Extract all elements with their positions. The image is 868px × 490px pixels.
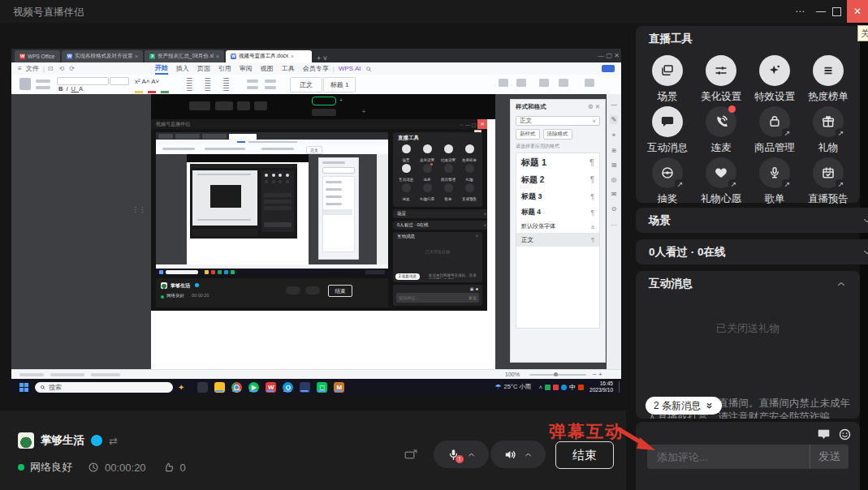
comment-button[interactable] [539,79,549,87]
redo-icon[interactable]: ⟳ [69,65,75,72]
hamburger-icon[interactable]: ≡ [18,65,22,72]
tool-ranking[interactable]: 热度榜单 [801,55,855,104]
scene-section-bar[interactable]: 场景 [636,208,868,233]
new-tab-button[interactable]: + ˅ [317,54,327,62]
wps-doc-tab-active[interactable]: W 视频号直播工具.docx × [226,50,312,62]
ranking-list-icon[interactable] [813,55,844,86]
scene-icon[interactable] [652,55,683,86]
tray-icon[interactable] [561,385,567,390]
drag-handle-icon[interactable]: ⋮⋮ [132,208,146,212]
copilot-icon[interactable]: ✦ [178,383,184,392]
style-item-selected[interactable]: 正文¶ [516,233,599,247]
avatar[interactable] [18,432,34,449]
tray-expand-icon[interactable]: ˄ [538,384,542,391]
side-tool-pen-icon[interactable]: ✎ [610,115,619,124]
style-item[interactable]: 标题 2¶ [516,171,599,188]
start-button[interactable] [19,383,28,392]
speaker-chevron-icon[interactable] [524,450,533,459]
side-tool-icon[interactable]: ⊞ [611,161,617,169]
explorer-icon[interactable] [214,382,225,393]
gift-icon[interactable]: ↗ [813,106,844,137]
select-button[interactable] [516,79,526,87]
share-button[interactable] [602,65,615,72]
menu-reference[interactable]: 引用 [218,64,231,73]
zoom-slider[interactable] [529,374,586,376]
tool-playlist[interactable]: ↗ 歌单 [748,157,801,206]
wps-home-tab[interactable]: W WPS Office [15,50,60,62]
new-style-button[interactable]: 新样式 [516,129,540,140]
menu-member[interactable]: 会员专享 [303,64,329,73]
style-gallery-body-text[interactable]: 正文 [290,77,322,92]
wechat-icon[interactable]: ◻ [317,382,327,393]
side-tool-icon[interactable]: ≋ [611,147,617,154]
menu-tools[interactable]: 工具 [282,64,295,73]
wps-doc-tab-1[interactable]: W 实现各段格式及对齐设置方式—(1) × [62,50,143,62]
clear-format-button[interactable]: 清除格式 [543,129,572,140]
taskview-icon[interactable] [197,382,208,393]
styles-current-combo[interactable]: 正文˅ [516,116,600,126]
side-tool-icon[interactable]: ✉ [611,191,617,198]
side-tool-icon[interactable]: ⊙ [611,205,617,213]
tool-interactive-messages[interactable]: 互动消息 [641,106,694,155]
save-icon[interactable]: ⊡ [48,65,54,72]
side-tool-icon[interactable]: ⌖ [612,131,616,140]
arrange-button[interactable] [559,79,568,87]
side-tool-icon[interactable]: ◎ [611,176,617,183]
emoji-icon[interactable] [838,428,852,441]
calendar-icon[interactable]: ↗ [813,157,844,188]
undo-icon[interactable]: ⟲ [58,65,64,72]
style-gallery-heading1[interactable]: 标题 1 [323,77,356,92]
tab-close-icon[interactable]: × [216,54,219,59]
document-page[interactable]: + + 视频号直播伴侣 ⋯ — ▢ ✕ 关 [151,94,495,369]
style-item[interactable]: 标题 3¶ [516,188,599,204]
switch-account-icon[interactable]: ⇄ [109,435,118,447]
tool-live-trailer[interactable]: ↗ 直播预告 [801,157,855,206]
find-replace-button[interactable] [499,79,508,87]
messages-section-header[interactable]: 互动消息 [636,271,860,297]
comment-toggle-icon[interactable] [817,428,831,441]
menu-file[interactable]: 文件 [26,64,39,73]
qq-icon[interactable]: Q [283,382,293,393]
zoom-slider-knob[interactable] [554,372,558,376]
style-item[interactable]: 标题 1¶ [516,153,599,171]
paste-button[interactable] [19,78,31,90]
font-effects-buttons[interactable]: x² A˄ A˅ [135,78,159,85]
beauty-sliders-icon[interactable] [706,55,736,86]
viewers-section-bar[interactable]: 0人看过 · 0在线 [636,239,868,264]
microphone-button[interactable]: ! [434,441,489,468]
tool-gifts[interactable]: ↗ 礼物 [801,106,855,155]
search-icon[interactable] [365,66,372,72]
heart-wish-icon[interactable]: ↗ [706,157,736,188]
highlight-color-button[interactable] [135,85,143,93]
live-preview-canvas[interactable]: W WPS Office W 实现各段格式及对齐设置方式—(1) × X 资产报… [11,49,621,395]
shopping-bag-icon[interactable]: ↗ [759,106,790,137]
menu-review[interactable]: 审阅 [240,64,253,73]
tray-icon[interactable] [545,385,551,390]
comment-input[interactable] [647,445,810,469]
maximize-button[interactable] [826,0,847,23]
m-app-icon[interactable]: M [334,382,344,393]
tool-beauty-settings[interactable]: 美化设置 [694,55,748,104]
tray-icon[interactable] [578,385,584,390]
align-buttons[interactable]: ☰ ☰ ☰ [186,84,234,92]
style-item[interactable]: 默认段落字体a [516,220,599,233]
close-button[interactable]: ✕ [847,0,868,23]
app-icon[interactable] [300,382,310,393]
font-color-button[interactable] [148,85,156,93]
wps-window-controls[interactable]: — ▢ ✕ [598,52,620,59]
side-tool-icon[interactable]: — [611,101,617,108]
microphone-note-icon[interactable]: ↗ [759,157,790,188]
tool-gift-wish[interactable]: ↗ 礼物心愿 [694,157,748,206]
speaker-button[interactable] [490,441,546,468]
tool-effects[interactable]: 特效设置 [748,55,801,104]
formula-button[interactable] [585,79,594,87]
font-name-combo[interactable] [57,77,109,85]
ime-indicator[interactable]: 中 [569,383,576,392]
tool-lottery[interactable]: ↗ 抽奖 [641,157,694,206]
new-messages-badge[interactable]: 2 条新消息 [646,397,722,415]
wps-icon[interactable]: W [266,382,276,393]
tool-product-management[interactable]: ↗ 商品管理 [748,106,801,155]
tool-scene[interactable]: 场景 [641,55,694,104]
tool-co-stream[interactable]: 连麦 [694,106,748,155]
more-menu-button[interactable]: ⋯ [789,0,810,23]
